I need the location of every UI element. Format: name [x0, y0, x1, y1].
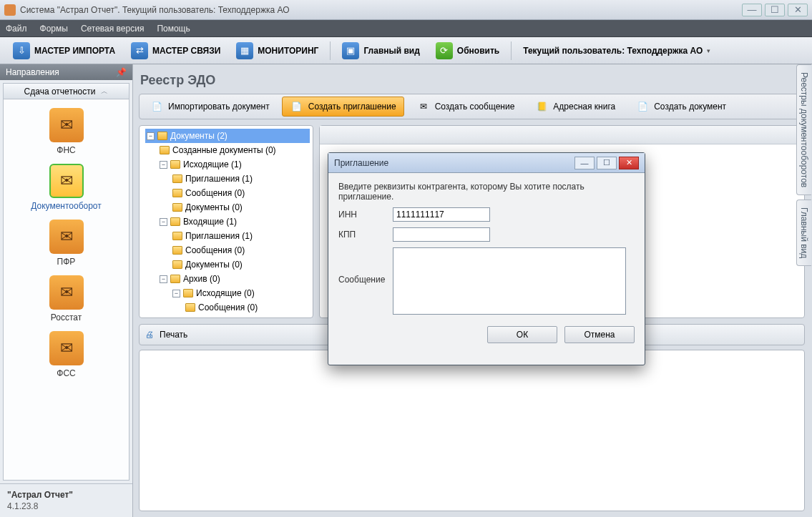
nav-documentooborot[interactable]: ✉ Документооборот	[4, 159, 129, 215]
chevron-up-icon: ︿	[101, 87, 108, 97]
address-book-icon: 📒	[534, 100, 549, 113]
main-toolbar: ⇩ МАСТЕР ИМПОРТА ⇄ МАСТЕР СВЯЗИ ▦ МОНИТО…	[0, 37, 812, 64]
tree-out-messages[interactable]: Сообщения (0)	[171, 186, 310, 200]
nav-fss[interactable]: ✉ ФСС	[4, 327, 129, 383]
reporting-section-header[interactable]: Сдача отчетности ︿	[4, 84, 129, 99]
product-name: "Астрал Отчет"	[7, 490, 125, 500]
fns-icon: ✉	[49, 108, 84, 142]
home-icon: ▣	[342, 42, 359, 59]
nav-fns[interactable]: ✉ ФНС	[4, 104, 129, 159]
tree-archive[interactable]: −Архив (0)	[158, 272, 310, 286]
create-invitation-button[interactable]: 📄 Создать приглашение	[282, 97, 404, 117]
kpp-input[interactable]	[393, 227, 490, 242]
menu-network[interactable]: Сетевая версия	[81, 24, 145, 34]
import-master-button[interactable]: ⇩ МАСТЕР ИМПОРТА	[6, 40, 122, 61]
menu-help[interactable]: Помощь	[157, 24, 190, 34]
inn-input[interactable]	[393, 207, 490, 222]
nav-rosstat[interactable]: ✉ Росстат	[4, 271, 129, 327]
page-title: Реестр ЭДО	[140, 73, 803, 88]
menu-forms[interactable]: Формы	[40, 24, 68, 34]
tree-created-docs[interactable]: Созданные документы (0)	[158, 143, 310, 157]
refresh-button[interactable]: ⟳ Обновить	[429, 40, 507, 61]
invitation-dialog: Приглашение — ☐ ✕ Введите реквизиты конт…	[328, 152, 645, 365]
grid-icon: ▦	[236, 42, 253, 59]
nav-pfr[interactable]: ✉ ПФР	[4, 215, 129, 271]
preview-area	[139, 350, 805, 511]
fss-icon: ✉	[49, 331, 84, 365]
product-info: "Астрал Отчет" 4.1.23.8	[0, 483, 132, 517]
ok-button[interactable]: ОК	[487, 326, 557, 343]
tree-incoming[interactable]: −Входящие (1)	[158, 215, 310, 229]
message-icon: ✉	[416, 100, 431, 113]
product-version: 4.1.23.8	[7, 501, 125, 511]
dialog-title: Приглашение	[334, 158, 572, 168]
import-document-button[interactable]: 📄 Импортировать документ	[142, 97, 278, 117]
tree-in-invites[interactable]: Приглашения (1)	[171, 229, 310, 243]
current-user-dropdown[interactable]: Текущий пользователь: Техподдержка АО ▾	[516, 40, 718, 61]
dialog-close-button[interactable]: ✕	[619, 157, 639, 169]
window-titlebar: Система "Астрал Отчет". Текущий пользова…	[0, 0, 812, 20]
pfr-icon: ✉	[49, 220, 84, 254]
refresh-icon: ⟳	[436, 42, 453, 59]
minimize-button[interactable]: —	[742, 4, 762, 16]
tree-out-invites[interactable]: Приглашения (1)	[171, 172, 310, 186]
message-label: Сообщение	[338, 247, 393, 285]
sync-icon: ⇄	[131, 42, 148, 59]
directions-panel-header: Направления 📌	[0, 64, 132, 80]
dialog-titlebar[interactable]: Приглашение — ☐ ✕	[328, 153, 645, 173]
rosstat-icon: ✉	[49, 275, 84, 310]
import-doc-icon: 📄	[150, 100, 164, 113]
comm-master-button[interactable]: ⇄ МАСТЕР СВЯЗИ	[124, 40, 228, 61]
doc-flow-icon: ✉	[49, 164, 84, 198]
dialog-minimize-button[interactable]: —	[574, 157, 595, 169]
menu-file[interactable]: Файл	[6, 24, 27, 34]
create-message-button[interactable]: ✉ Создать сообщение	[409, 97, 523, 117]
tree-out-docs[interactable]: Документы (0)	[171, 200, 310, 215]
print-icon[interactable]: 🖨	[145, 330, 154, 340]
cancel-button[interactable]: Отмена	[564, 326, 635, 343]
menu-bar: Файл Формы Сетевая версия Помощь	[0, 20, 812, 37]
window-title: Система "Астрал Отчет". Текущий пользова…	[20, 5, 742, 15]
maximize-button[interactable]: ☐	[765, 4, 785, 16]
tree-root[interactable]: −Документы (2)	[145, 129, 310, 143]
print-label[interactable]: Печать	[160, 330, 187, 340]
import-icon: ⇩	[13, 42, 30, 59]
tree-outgoing[interactable]: −Исходящие (1)	[158, 157, 310, 172]
create-document-button[interactable]: 📄 Создать документ	[627, 97, 734, 117]
tree-in-docs[interactable]: Документы (0)	[171, 257, 310, 272]
create-doc-icon: 📄	[635, 100, 650, 113]
tree-arch-out[interactable]: −Исходящие (0)	[171, 286, 310, 300]
detail-toolbar	[320, 126, 804, 144]
kpp-label: КПП	[338, 227, 393, 240]
dialog-prompt: Введите реквизиты контрагента, которому …	[338, 182, 635, 202]
side-tab-mainview[interactable]: Главный вид	[796, 200, 811, 266]
address-book-button[interactable]: 📒 Адресная книга	[527, 97, 623, 117]
side-tab-registries[interactable]: Реестры документооборотов	[796, 64, 811, 195]
main-view-button[interactable]: ▣ Главный вид	[335, 40, 426, 61]
close-button[interactable]: ✕	[788, 4, 808, 16]
app-icon	[4, 4, 16, 16]
page-toolbar: 📄 Импортировать документ 📄 Создать пригл…	[139, 94, 805, 119]
inn-label: ИНН	[338, 207, 393, 220]
dialog-maximize-button[interactable]: ☐	[597, 157, 617, 169]
monitoring-button[interactable]: ▦ МОНИТОРИНГ	[229, 40, 326, 61]
left-pane: Направления 📌 Сдача отчетности ︿ ✉ ФНС ✉…	[0, 64, 133, 517]
invite-icon: 📄	[290, 100, 304, 113]
tree-arch-out-msg[interactable]: Сообщения (0)	[184, 300, 310, 315]
chevron-down-icon: ▾	[707, 47, 710, 54]
pin-icon[interactable]: 📌	[116, 67, 127, 77]
message-textarea[interactable]	[393, 247, 626, 315]
documents-tree[interactable]: −Документы (2) Созданные документы (0) −…	[139, 125, 313, 318]
tree-in-messages[interactable]: Сообщения (0)	[171, 243, 310, 257]
